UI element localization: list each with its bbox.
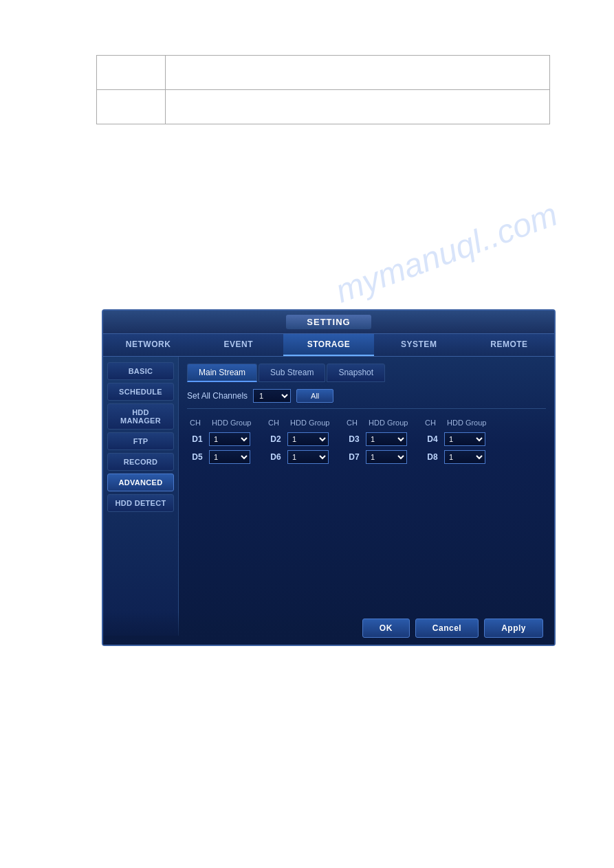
dialog-title-bar: SETTING [103,311,554,334]
header-hdd-group-2: HDD Group [287,417,342,428]
sidebar-btn-basic[interactable]: BASIC [107,362,174,380]
dialog-footer: OK Cancel Apply [103,612,554,645]
settings-dialog: SETTING NETWORK EVENT STORAGE SYSTEM REM… [102,309,556,646]
nav-event[interactable]: EVENT [193,334,283,356]
ch-select-d1[interactable]: 1234 [209,432,250,446]
tab-sub-stream[interactable]: Sub Stream [259,364,325,382]
ch-select-d2[interactable]: 1234 [287,432,329,446]
ch-label-d8: D8 [422,452,443,462]
ok-button[interactable]: OK [362,619,410,638]
header-hdd-group-4: HDD Group [444,417,499,428]
top-table-cell-1-2 [166,56,550,90]
sidebar-btn-hdd-manager[interactable]: HDD MANAGER [107,403,174,430]
sidebar-btn-hdd-detect[interactable]: HDD DETECT [107,494,174,512]
top-table-cell-2-1 [97,90,166,124]
ch-select-d5[interactable]: 1234 [209,450,250,464]
main-panel: Main Stream Sub Stream Snapshot Set All … [179,357,554,636]
ch-label-d3: D3 [344,434,364,444]
dialog-content: BASIC SCHEDULE HDD MANAGER FTP RECORD AD… [103,357,554,636]
header-ch-3: CH [344,417,364,428]
top-table-cell-1-1 [97,56,166,90]
tab-main-stream[interactable]: Main Stream [187,364,257,382]
sidebar-btn-ftp[interactable]: FTP [107,432,174,450]
ch-select-d3[interactable]: 1234 [366,432,407,446]
set-all-label: Set All Channels [187,391,248,401]
all-button[interactable]: All [296,389,333,403]
channel-row-2: D5 1234 D6 1234 D7 1234 D8 1234 [187,450,546,464]
top-table-cell-2-2 [166,90,550,124]
nav-system[interactable]: SYSTEM [374,334,464,356]
nav-remote[interactable]: REMOTE [464,334,554,356]
ch-label-d7: D7 [344,452,364,462]
set-all-channels-row: Set All Channels 1 2 3 4 All [187,389,546,409]
channel-table-header: CH HDD Group CH HDD Group CH HDD Group C… [187,417,546,428]
ch-select-d6[interactable]: 1234 [287,450,329,464]
nav-network[interactable]: NETWORK [103,334,193,356]
header-ch-4: CH [422,417,443,428]
ch-select-d7[interactable]: 1234 [366,450,407,464]
stream-tabs: Main Stream Sub Stream Snapshot [187,364,546,382]
apply-button[interactable]: Apply [484,619,543,638]
sidebar-btn-record[interactable]: RECORD [107,453,174,471]
header-hdd-group-3: HDD Group [366,417,421,428]
watermark: mymanuql..com [331,195,562,311]
tab-snapshot[interactable]: Snapshot [327,364,385,382]
set-all-select[interactable]: 1 2 3 4 [253,389,291,403]
header-hdd-group-1: HDD Group [209,417,264,428]
sidebar-btn-advanced[interactable]: ADVANCED [107,474,174,491]
top-navigation: NETWORK EVENT STORAGE SYSTEM REMOTE [103,334,554,357]
dialog-title: SETTING [286,315,371,329]
ch-select-d4[interactable]: 1234 [444,432,485,446]
top-table [96,55,550,124]
ch-label-d4: D4 [422,434,443,444]
header-ch-1: CH [187,417,208,428]
ch-label-d2: D2 [265,434,286,444]
sidebar: BASIC SCHEDULE HDD MANAGER FTP RECORD AD… [103,357,179,636]
ch-select-d8[interactable]: 1234 [444,450,485,464]
ch-label-d5: D5 [187,452,208,462]
ch-label-d1: D1 [187,434,208,444]
nav-storage[interactable]: STORAGE [283,334,373,356]
header-ch-2: CH [265,417,286,428]
cancel-button[interactable]: Cancel [415,619,479,638]
channel-row-1: D1 1234 D2 1234 D3 1234 D4 1234 [187,432,546,446]
ch-label-d6: D6 [265,452,286,462]
sidebar-btn-schedule[interactable]: SCHEDULE [107,383,174,401]
